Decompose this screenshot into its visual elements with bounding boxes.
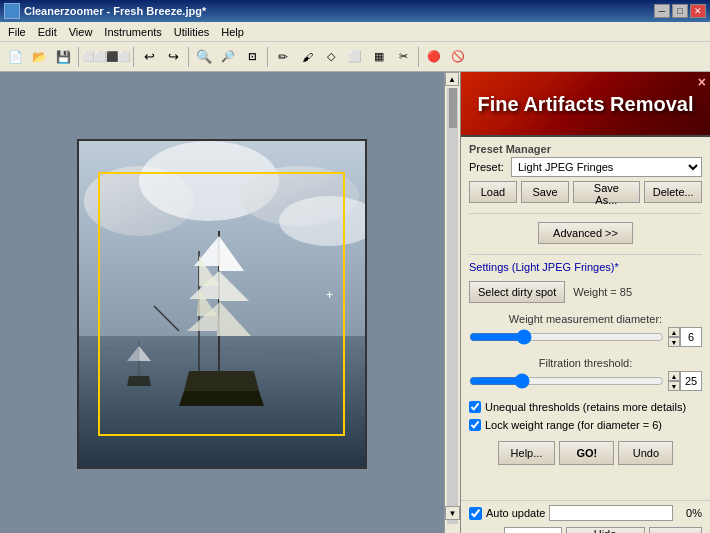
- app-icon: [4, 3, 20, 19]
- save-as-preset-btn[interactable]: Save As...: [573, 181, 640, 203]
- sep3: [188, 47, 189, 67]
- menu-edit[interactable]: Edit: [32, 24, 63, 40]
- weight-diameter-label: Weight measurement diameter:: [469, 313, 702, 325]
- far-close-btn[interactable]: ×: [698, 74, 706, 90]
- new-btn[interactable]: 📄: [4, 46, 26, 68]
- lock-weight-checkbox[interactable]: [469, 419, 481, 431]
- hide-preview-btn[interactable]: Hide preview: [566, 527, 645, 533]
- advanced-row: Advanced >>: [469, 220, 702, 248]
- weight-diameter-spin: ▲ ▼ 6: [668, 327, 702, 347]
- show-select[interactable]: Normal Before After Split: [504, 527, 562, 533]
- weight-label: Weight = 85: [573, 286, 632, 298]
- advanced-btn[interactable]: Advanced >>: [538, 222, 633, 244]
- spin-arrows-filtration: ▲ ▼: [668, 371, 680, 391]
- delete-preset-btn[interactable]: Delete...: [644, 181, 702, 203]
- titlebar-buttons[interactable]: ─ □ ✕: [654, 4, 706, 18]
- preset-btn-row: Load Save Save As... Delete...: [469, 181, 702, 203]
- filtration-value: 25: [680, 371, 702, 391]
- checkbox2-row: Lock weight range (for diameter = 6): [469, 419, 702, 431]
- tool-select-btn[interactable]: ▦: [368, 46, 390, 68]
- auto-update-label: Auto update: [486, 507, 545, 519]
- tool-pencil-btn[interactable]: ✏: [272, 46, 294, 68]
- select-dirty-spot-btn[interactable]: Select dirty spot: [469, 281, 565, 303]
- preset-select[interactable]: Light JPEG Fringes Heavy JPEG Fringes Fi…: [511, 157, 702, 177]
- titlebar-left: Cleanerzoomer - Fresh Breeze.jpg*: [4, 3, 206, 19]
- titlebar: Cleanerzoomer - Fresh Breeze.jpg* ─ □ ✕: [0, 0, 710, 22]
- vertical-scrollbar[interactable]: ▲ ▼: [444, 72, 460, 533]
- scroll-thumb-v[interactable]: [449, 88, 457, 128]
- load-preset-btn[interactable]: Load: [469, 181, 517, 203]
- spin-arrows-weight: ▲ ▼: [668, 327, 680, 347]
- filtration-spin-up[interactable]: ▲: [668, 371, 680, 381]
- minimize-btn[interactable]: ─: [654, 4, 670, 18]
- main-area: + ▲ ▼ ◀ ▶ Fine Artifacts Removal ×: [0, 72, 710, 533]
- filtration-section: Filtration threshold: ▲ ▼ 25: [469, 357, 702, 391]
- preset-field-label: Preset:: [469, 161, 507, 173]
- weight-diameter-row: ▲ ▼ 6: [469, 327, 702, 347]
- tool-special-btn[interactable]: 🔴: [423, 46, 445, 68]
- filtration-spin-down[interactable]: ▼: [668, 381, 680, 391]
- preset-manager-label: Preset Manager: [469, 143, 702, 155]
- weight-spin-down[interactable]: ▼: [668, 337, 680, 347]
- scroll-track-v[interactable]: [447, 88, 458, 524]
- sep2: [133, 47, 134, 67]
- unequal-threshold-checkbox[interactable]: [469, 401, 481, 413]
- auto-update-checkbox[interactable]: [469, 507, 482, 520]
- paste-btn[interactable]: ⬛⬜: [107, 46, 129, 68]
- zoom-fit-btn[interactable]: ⊡: [241, 46, 263, 68]
- sep1: [78, 47, 79, 67]
- checkbox1-row: Unequal thresholds (retains more details…: [469, 401, 702, 413]
- go-btn[interactable]: GO!: [559, 441, 614, 465]
- svg-text:+: +: [326, 288, 333, 302]
- weight-diameter-slider[interactable]: [469, 331, 664, 343]
- menu-instruments[interactable]: Instruments: [98, 24, 167, 40]
- filtration-spin: ▲ ▼ 25: [668, 371, 702, 391]
- weight-value: 6: [680, 327, 702, 347]
- preset-row: Preset: Light JPEG Fringes Heavy JPEG Fr…: [469, 157, 702, 177]
- undo-action-btn[interactable]: Undo: [618, 441, 673, 465]
- panel-content: Preset Manager Preset: Light JPEG Fringe…: [461, 137, 710, 500]
- tool-eraser-btn[interactable]: ◇: [320, 46, 342, 68]
- auto-update-row: Auto update 0%: [461, 500, 710, 525]
- save-btn[interactable]: 💾: [52, 46, 74, 68]
- filtration-row: ▲ ▼ 25: [469, 371, 702, 391]
- divider2: [469, 254, 702, 255]
- action-btn-row: Help... GO! Undo: [469, 441, 702, 465]
- save-preset-btn[interactable]: Save: [521, 181, 569, 203]
- copy-btn[interactable]: ⬜⬜: [83, 46, 105, 68]
- progress-pct: 0%: [677, 507, 702, 519]
- menu-file[interactable]: File: [2, 24, 32, 40]
- close-window-btn[interactable]: ✕: [690, 4, 706, 18]
- maximize-btn[interactable]: □: [672, 4, 688, 18]
- canvas-area[interactable]: + ▲ ▼ ◀ ▶: [0, 72, 460, 533]
- weight-diameter-section: Weight measurement diameter: ▲ ▼ 6: [469, 313, 702, 347]
- undo-btn[interactable]: ↩: [138, 46, 160, 68]
- redo-btn[interactable]: ↪: [162, 46, 184, 68]
- unequal-threshold-label: Unequal thresholds (retains more details…: [485, 401, 686, 413]
- scroll-down-arrow[interactable]: ▼: [445, 506, 460, 520]
- tool-rect-btn[interactable]: ⬜: [344, 46, 366, 68]
- filtration-slider[interactable]: [469, 375, 664, 387]
- open-btn[interactable]: 📂: [28, 46, 50, 68]
- update-btn[interactable]: Update: [649, 527, 702, 533]
- far-banner: Fine Artifacts Removal ×: [461, 72, 710, 137]
- tool-brush-btn[interactable]: 🖌: [296, 46, 318, 68]
- help-btn[interactable]: Help...: [498, 441, 556, 465]
- lock-weight-label: Lock weight range (for diameter = 6): [485, 419, 662, 431]
- far-title: Fine Artifacts Removal: [478, 92, 694, 116]
- menubar: File Edit View Instruments Utilities Hel…: [0, 22, 710, 42]
- zoom-in-btn[interactable]: 🔍: [193, 46, 215, 68]
- filtration-label: Filtration threshold:: [469, 357, 702, 369]
- zoom-out-btn[interactable]: 🔎: [217, 46, 239, 68]
- menu-view[interactable]: View: [63, 24, 99, 40]
- weight-spin-up[interactable]: ▲: [668, 327, 680, 337]
- progress-bar: [549, 505, 673, 521]
- menu-help[interactable]: Help: [215, 24, 250, 40]
- dirty-spot-row: Select dirty spot Weight = 85: [469, 281, 702, 303]
- scroll-up-arrow[interactable]: ▲: [445, 72, 459, 86]
- image-display: +: [0, 72, 444, 533]
- menu-utilities[interactable]: Utilities: [168, 24, 215, 40]
- tool-close-btn[interactable]: 🚫: [447, 46, 469, 68]
- tool-crop-btn[interactable]: ✂: [392, 46, 414, 68]
- divider1: [469, 213, 702, 214]
